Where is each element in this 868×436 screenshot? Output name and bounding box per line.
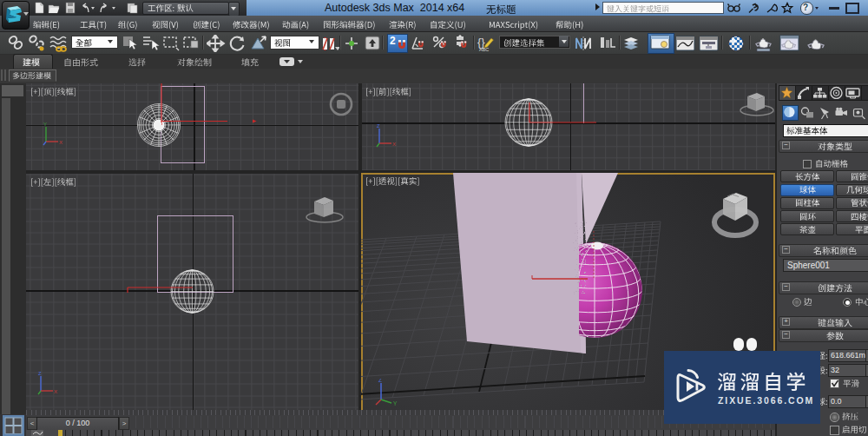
svg-text:Y: Y xyxy=(43,122,47,127)
svg-text:Z: Z xyxy=(378,379,382,383)
svg-text:Y: Y xyxy=(393,400,398,406)
svg-text:ABC: ABC xyxy=(479,47,489,52)
svg-text:X: X xyxy=(59,140,62,145)
svg-text:Z: Z xyxy=(38,372,42,376)
svg-text:X: X xyxy=(392,142,396,147)
svg-text:X: X xyxy=(54,389,57,394)
svg-text:Z: Z xyxy=(377,124,380,129)
